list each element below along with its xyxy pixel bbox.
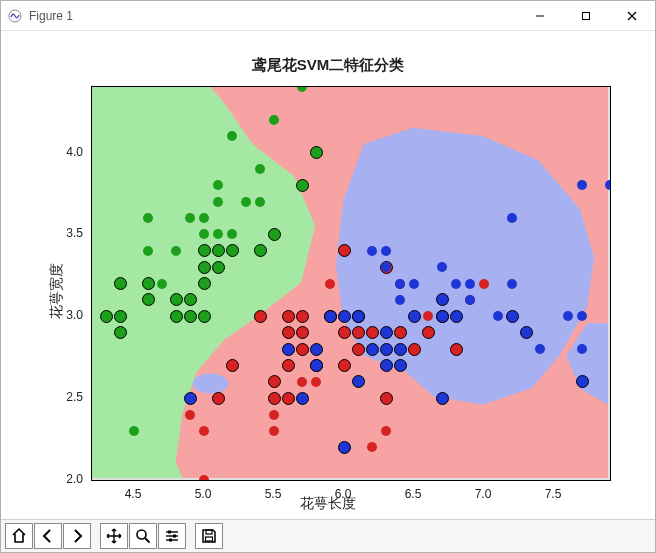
- data-point: [507, 213, 517, 223]
- data-point: [352, 375, 365, 388]
- scatter-plot[interactable]: [91, 86, 611, 481]
- close-button[interactable]: [609, 1, 655, 30]
- x-axis-label: 花萼长度: [1, 495, 655, 513]
- y-tick: 2.0: [43, 472, 91, 486]
- pan-button[interactable]: [100, 523, 128, 549]
- data-point: [212, 244, 225, 257]
- data-point: [506, 310, 519, 323]
- data-point: [170, 310, 183, 323]
- data-point: [338, 310, 351, 323]
- data-point: [296, 392, 309, 405]
- data-point: [114, 277, 127, 290]
- data-point: [394, 359, 407, 372]
- data-point: [282, 359, 295, 372]
- data-point: [114, 310, 127, 323]
- data-point: [269, 410, 279, 420]
- data-point: [338, 326, 351, 339]
- matplotlib-toolbar: [1, 519, 655, 552]
- data-point: [241, 197, 251, 207]
- data-point: [380, 392, 393, 405]
- home-button[interactable]: [5, 523, 33, 549]
- data-point: [395, 279, 405, 289]
- svg-rect-18: [206, 537, 213, 541]
- data-point: [269, 115, 279, 125]
- svg-rect-12: [168, 531, 171, 534]
- data-point: [143, 246, 153, 256]
- data-point: [311, 377, 321, 387]
- data-point: [380, 359, 393, 372]
- data-point: [268, 228, 281, 241]
- figure-area: 鸢尾花SVM二特征分类 花萼宽度 2.02.53.03.54.04.55.05.…: [1, 31, 655, 519]
- data-point: [408, 343, 421, 356]
- data-point: [185, 410, 195, 420]
- configure-button[interactable]: [158, 523, 186, 549]
- data-point: [436, 310, 449, 323]
- data-point: [395, 295, 405, 305]
- data-point: [185, 213, 195, 223]
- maximize-button[interactable]: [563, 1, 609, 30]
- data-point: [465, 279, 475, 289]
- data-point: [296, 310, 309, 323]
- data-point: [296, 179, 309, 192]
- forward-button[interactable]: [63, 523, 91, 549]
- data-point: [199, 426, 209, 436]
- data-point: [142, 293, 155, 306]
- data-point: [520, 326, 533, 339]
- data-point: [352, 310, 365, 323]
- data-point: [100, 310, 113, 323]
- svg-rect-17: [206, 530, 212, 534]
- data-point: [338, 244, 351, 257]
- save-button[interactable]: [195, 523, 223, 549]
- data-point: [408, 310, 421, 323]
- data-point: [170, 293, 183, 306]
- data-point: [367, 246, 377, 256]
- chart-title: 鸢尾花SVM二特征分类: [1, 56, 655, 75]
- data-point: [451, 279, 461, 289]
- data-point: [198, 244, 211, 257]
- y-tick: 3.0: [43, 308, 91, 322]
- data-point: [184, 310, 197, 323]
- data-point: [226, 359, 239, 372]
- titlebar-left: Figure 1: [7, 8, 73, 24]
- window-title: Figure 1: [29, 9, 73, 23]
- data-point: [436, 293, 449, 306]
- zoom-button[interactable]: [129, 523, 157, 549]
- data-point: [381, 426, 391, 436]
- data-point: [394, 343, 407, 356]
- svg-line-10: [145, 538, 150, 543]
- data-point: [268, 392, 281, 405]
- data-point: [198, 277, 211, 290]
- figure-window: Figure 1 鸢尾花SVM二特征分类 花萼宽度 2.02.53.03.54.…: [0, 0, 656, 553]
- svg-rect-14: [173, 535, 176, 538]
- data-point: [450, 310, 463, 323]
- decision-regions: [92, 87, 610, 480]
- data-point: [268, 375, 281, 388]
- back-button[interactable]: [34, 523, 62, 549]
- data-point: [282, 310, 295, 323]
- data-point: [212, 392, 225, 405]
- data-point: [366, 326, 379, 339]
- data-point: [605, 180, 611, 190]
- y-tick: 2.5: [43, 390, 91, 404]
- data-point: [576, 375, 589, 388]
- data-point: [297, 377, 307, 387]
- data-point: [199, 213, 209, 223]
- data-point: [282, 326, 295, 339]
- minimize-button[interactable]: [517, 1, 563, 30]
- data-point: [282, 343, 295, 356]
- y-tick: 3.5: [43, 226, 91, 240]
- data-point: [450, 343, 463, 356]
- svg-rect-16: [169, 539, 172, 542]
- data-point: [352, 343, 365, 356]
- data-point: [338, 359, 351, 372]
- data-point: [212, 261, 225, 274]
- data-point: [352, 326, 365, 339]
- data-point: [254, 244, 267, 257]
- data-point: [310, 343, 323, 356]
- data-point: [255, 164, 265, 174]
- data-point: [184, 392, 197, 405]
- data-point: [269, 426, 279, 436]
- data-point: [310, 146, 323, 159]
- data-point: [282, 392, 295, 405]
- data-point: [184, 293, 197, 306]
